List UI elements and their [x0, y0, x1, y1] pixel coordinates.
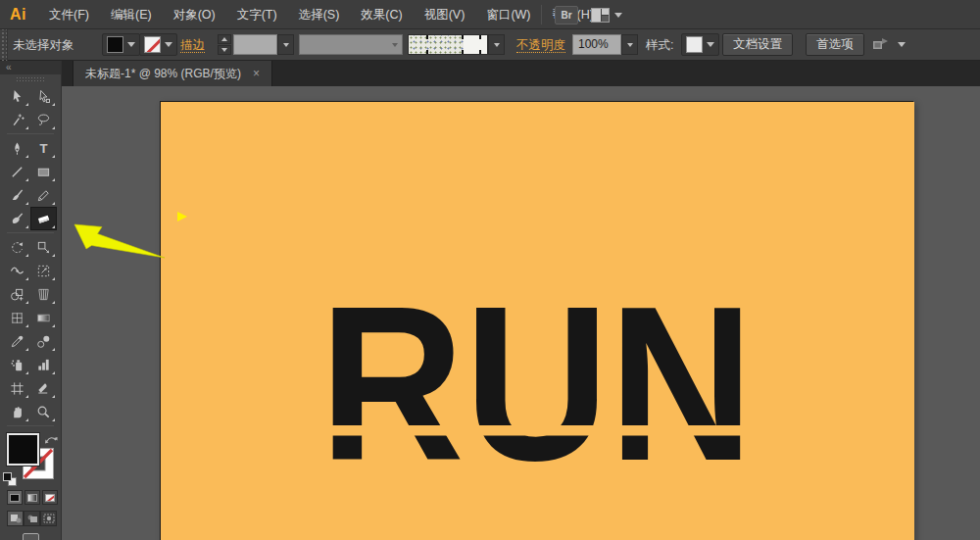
color-mode-buttons [0, 490, 61, 505]
document-setup-button[interactable]: 文档设置 [722, 33, 793, 56]
artboard-artwork: RUN [161, 102, 914, 540]
swap-fill-stroke-icon[interactable] [44, 431, 58, 449]
style-swatch [686, 36, 703, 53]
selection-tool[interactable] [4, 84, 30, 108]
width-tool[interactable] [4, 259, 30, 282]
document-tab-bar: 未标题-1* @ 98% (RGB/预览) × [0, 61, 980, 86]
fill-color-indicator[interactable] [7, 433, 39, 466]
eyedropper-tool[interactable] [4, 329, 30, 353]
menu-item-3[interactable]: 对象(O) [163, 0, 226, 29]
lasso-tool[interactable] [30, 108, 57, 131]
tool-separator [7, 232, 54, 233]
canvas-pasteboard[interactable]: RUN [62, 86, 980, 540]
artboard[interactable]: RUN [160, 101, 913, 540]
fill-stroke-cluster [0, 431, 61, 488]
close-tab-icon[interactable]: × [253, 67, 260, 80]
gradient-button[interactable] [24, 490, 40, 505]
fill-color-swatch [107, 36, 123, 53]
workspace-switcher[interactable] [591, 8, 622, 23]
document-tab[interactable]: 未标题-1* @ 98% (RGB/预览) × [73, 61, 272, 86]
scale-tool[interactable] [30, 235, 57, 259]
preferences-button[interactable]: 首选项 [806, 33, 864, 56]
magic-wand-tool[interactable] [4, 108, 30, 131]
artwork-text[interactable]: RUN [319, 261, 754, 506]
app-logo: Ai [10, 6, 26, 24]
symbol-sprayer-tool[interactable] [4, 353, 30, 376]
variable-width-profile-select[interactable] [299, 34, 403, 55]
mesh-tool[interactable] [4, 306, 30, 329]
stroke-weight-stepper[interactable] [218, 34, 231, 55]
menu-item-2[interactable]: 编辑(E) [100, 0, 163, 29]
opacity-field[interactable]: 100% [572, 34, 621, 55]
draw-inside-button[interactable] [40, 511, 57, 526]
tools-panel-grip[interactable] [16, 76, 45, 83]
free-transform-tool[interactable] [30, 259, 57, 282]
column-graph-tool[interactable] [30, 353, 57, 376]
paintbrush-tool[interactable] [4, 183, 30, 207]
hand-tool[interactable] [4, 400, 30, 423]
eraser-tool[interactable] [30, 207, 57, 230]
direct-selection-tool[interactable] [30, 84, 57, 108]
screen-mode-button[interactable] [23, 533, 39, 540]
selection-status: 未选择对象 [13, 29, 74, 61]
pen-tool[interactable] [4, 136, 30, 160]
tool-separator [7, 133, 54, 134]
default-fill-stroke-icon[interactable] [3, 472, 17, 486]
stroke-weight-field[interactable] [233, 34, 277, 55]
workspace-grid-icon [591, 8, 610, 23]
line-segment-tool[interactable] [4, 160, 30, 183]
none-button[interactable] [42, 490, 58, 505]
stroke-panel-link[interactable]: 描边 [180, 38, 205, 53]
brush-preview-pattern [409, 35, 464, 54]
brush-definition-select[interactable] [408, 34, 488, 55]
symbol-options-icon [872, 37, 890, 51]
menu-separator [541, 5, 542, 25]
bridge-button[interactable]: Br [555, 6, 578, 25]
menu-item-8[interactable]: 窗口(W) [475, 0, 541, 29]
pencil-tool[interactable] [30, 183, 57, 207]
tool-grid: T [0, 84, 61, 428]
svg-text:T: T [39, 141, 47, 156]
draw-behind-button[interactable] [24, 511, 40, 526]
blend-tool[interactable] [30, 329, 57, 353]
chevron-down-icon [707, 42, 714, 47]
document-title: 未标题-1* @ 98% (RGB/预览) [85, 66, 241, 82]
artboard-tool[interactable] [4, 376, 30, 400]
chevron-down-icon [165, 42, 172, 47]
drawing-mode-buttons [0, 511, 61, 526]
shape-builder-tool[interactable] [4, 282, 30, 306]
panel-grip[interactable] [0, 29, 8, 61]
control-panel-menu[interactable] [872, 37, 906, 51]
opacity-panel-link[interactable]: 不透明度 [516, 38, 565, 53]
stroke-weight-dropdown[interactable] [277, 34, 294, 55]
menu-item-7[interactable]: 视图(V) [414, 0, 476, 29]
menu-item-4[interactable]: 文字(T) [226, 0, 288, 29]
perspective-grid-tool[interactable] [30, 282, 57, 306]
draw-normal-button[interactable] [7, 511, 24, 526]
menu-item-1[interactable]: 文件(F) [38, 0, 100, 29]
slice-tool[interactable] [30, 376, 57, 400]
erased-band [278, 425, 808, 436]
brush-dropdown[interactable] [488, 34, 505, 55]
blob-brush-tool[interactable] [4, 207, 30, 230]
gradient-tool[interactable] [30, 306, 57, 329]
tools-collapse-button[interactable]: « [0, 61, 61, 74]
menu-items: 文件(F)编辑(E)对象(O)文字(T)选择(S)效果(C)视图(V)窗口(W)… [38, 0, 605, 29]
menu-bar-right: Br [541, 0, 622, 29]
style-label: 样式: [646, 29, 673, 61]
fill-color-picker[interactable] [102, 33, 140, 56]
stroke-color-picker[interactable] [139, 33, 177, 56]
type-tool[interactable]: T [30, 136, 57, 160]
menu-bar: Ai 文件(F)编辑(E)对象(O)文字(T)选择(S)效果(C)视图(V)窗口… [0, 0, 980, 29]
control-bar: 未选择对象 描边 不透明度 100% 样式: 文档设置 首选项 [0, 29, 980, 61]
stroke-none-swatch [144, 36, 161, 53]
chevron-down-icon [127, 42, 135, 47]
rectangle-tool[interactable] [30, 160, 57, 183]
color-button[interactable] [7, 490, 23, 505]
rotate-tool[interactable] [4, 235, 30, 259]
menu-item-5[interactable]: 选择(S) [288, 0, 351, 29]
menu-item-6[interactable]: 效果(C) [350, 0, 413, 29]
style-picker[interactable] [681, 33, 719, 56]
zoom-tool[interactable] [30, 400, 57, 423]
opacity-dropdown[interactable] [621, 34, 638, 55]
